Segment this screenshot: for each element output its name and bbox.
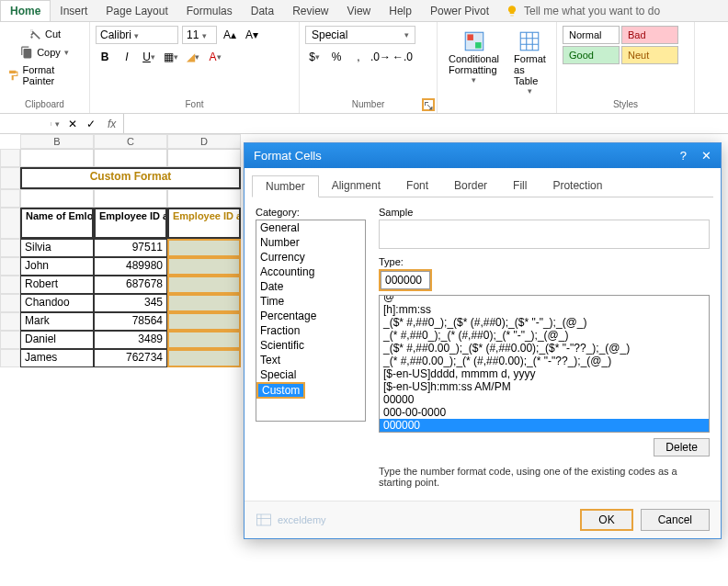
conditional-formatting-button[interactable]: Conditional Formatting ▾ — [443, 26, 505, 109]
format-code-item[interactable]: _(* #,##0_);_(* (#,##0);_(* "-"_);_(@_) — [380, 329, 709, 342]
font-color-button[interactable]: A ▾ — [206, 48, 224, 66]
enter-formula-button[interactable]: ✓ — [82, 115, 100, 133]
col-header-b[interactable]: B — [20, 134, 94, 149]
category-item[interactable]: Accounting — [256, 265, 365, 279]
fx-icon[interactable]: fx — [100, 118, 123, 130]
col-header-d[interactable]: D — [167, 134, 241, 149]
format-code-item[interactable]: _(* #,##0.00_);_(* (#,##0.00);_(* "-"??_… — [380, 355, 709, 367]
format-painter-button[interactable]: Format Painter — [6, 62, 84, 88]
percent-button[interactable]: % — [327, 48, 346, 66]
help-icon[interactable]: ? — [680, 149, 687, 163]
cancel-button[interactable]: Cancel — [641, 509, 710, 531]
table-row[interactable] — [167, 331, 241, 349]
style-good[interactable]: Good — [563, 46, 620, 64]
comma-button[interactable]: , — [349, 48, 368, 66]
table-row[interactable] — [167, 349, 241, 367]
dialog-tab-border[interactable]: Border — [441, 175, 500, 197]
table-row[interactable] — [167, 312, 241, 331]
number-format-select[interactable]: Special▾ — [305, 26, 415, 44]
header-num[interactable]: Employee ID as Number — [94, 208, 167, 239]
underline-button[interactable]: U ▾ — [140, 48, 158, 66]
delete-button[interactable]: Delete — [654, 438, 710, 456]
increase-font-button[interactable]: A▴ — [221, 26, 239, 44]
tell-me-search[interactable]: Tell me what you want to do — [498, 1, 667, 21]
font-name-select[interactable]: Calibri ▾ — [96, 26, 178, 44]
format-code-item[interactable]: 000000 — [380, 419, 709, 432]
format-code-item[interactable]: [h]:mm:ss — [380, 303, 709, 316]
format-code-item[interactable]: [$-en-US]dddd, mmmm d, yyyy — [380, 367, 709, 380]
format-code-item[interactable]: _($* #,##0.00_);_($* (#,##0.00);_($* "-"… — [380, 342, 709, 355]
category-item[interactable]: Custom — [256, 382, 305, 399]
col-header-c[interactable]: C — [94, 134, 167, 149]
table-row[interactable]: 78564 — [94, 312, 167, 331]
tab-data[interactable]: Data — [242, 1, 283, 21]
decrease-font-button[interactable]: A▾ — [243, 26, 261, 44]
table-row[interactable]: 489980 — [94, 257, 167, 276]
dialog-tab-font[interactable]: Font — [393, 175, 441, 197]
table-row[interactable] — [167, 294, 241, 312]
category-item[interactable]: Time — [256, 294, 365, 309]
format-code-item[interactable]: 00000 — [380, 393, 709, 406]
border-button[interactable]: ▦ ▾ — [162, 48, 180, 66]
table-row[interactable]: Mark — [20, 312, 94, 331]
table-row[interactable]: 345 — [94, 294, 167, 312]
table-row[interactable] — [167, 239, 241, 257]
table-row[interactable]: Silvia — [20, 239, 94, 257]
dialog-titlebar[interactable]: Format Cells ? ✕ — [245, 143, 721, 168]
fill-color-button[interactable]: ◢ ▾ — [184, 48, 202, 66]
decrease-decimal-button[interactable]: ←.0 — [393, 48, 412, 66]
ok-button[interactable]: OK — [580, 509, 632, 531]
header-text[interactable]: Employee ID as Text — [167, 208, 241, 239]
style-normal[interactable]: Normal — [563, 26, 620, 44]
dialog-tab-number[interactable]: Number — [252, 175, 319, 197]
table-row[interactable]: 687678 — [94, 276, 167, 294]
category-item[interactable]: Date — [256, 279, 365, 294]
tab-insert[interactable]: Insert — [51, 1, 97, 21]
category-item[interactable]: Text — [256, 353, 365, 367]
format-code-item[interactable]: 000-00-0000 — [380, 406, 709, 419]
category-list[interactable]: GeneralNumberCurrencyAccountingDateTimeP… — [256, 220, 366, 422]
table-row[interactable]: Robert — [20, 276, 94, 294]
dialog-tab-fill[interactable]: Fill — [500, 175, 540, 197]
close-icon[interactable]: ✕ — [701, 149, 711, 163]
tab-page-layout[interactable]: Page Layout — [97, 1, 176, 21]
number-dialog-launcher[interactable] — [422, 98, 435, 111]
formula-input[interactable] — [123, 114, 728, 133]
format-code-item[interactable]: _($* #,##0_);_($* (#,##0);_($* "-"_);_(@… — [380, 316, 709, 329]
cut-button[interactable]: Cut — [27, 26, 63, 42]
format-code-list[interactable]: mm:ss.0@[h]:mm:ss_($* #,##0_);_($* (#,##… — [379, 295, 710, 433]
italic-button[interactable]: I — [118, 48, 136, 66]
tab-formulas[interactable]: Formulas — [177, 1, 242, 21]
dialog-tab-alignment[interactable]: Alignment — [319, 175, 393, 197]
copy-button[interactable]: Copy ▾ — [18, 44, 71, 61]
table-row[interactable]: Daniel — [20, 331, 94, 349]
style-bad[interactable]: Bad — [621, 26, 678, 44]
increase-decimal-button[interactable]: .0→ — [371, 48, 390, 66]
cancel-formula-button[interactable]: ✕ — [63, 115, 82, 133]
category-item[interactable]: Number — [256, 235, 365, 250]
font-size-select[interactable]: 11 ▾ — [182, 26, 217, 44]
tab-power-pivot[interactable]: Power Pivot — [421, 1, 498, 21]
table-row[interactable] — [167, 257, 241, 276]
tab-help[interactable]: Help — [380, 1, 421, 21]
table-row[interactable]: 97511 — [94, 239, 167, 257]
table-row[interactable]: 3489 — [94, 331, 167, 349]
format-code-item[interactable]: [$-en-US]h:mm:ss AM/PM — [380, 380, 709, 393]
style-neutral[interactable]: Neut — [621, 46, 678, 64]
table-row[interactable]: 762734 — [94, 349, 167, 367]
header-name[interactable]: Name of Emloyee — [20, 208, 94, 239]
tab-view[interactable]: View — [337, 1, 380, 21]
table-row[interactable]: Chandoo — [20, 294, 94, 312]
dialog-tab-protection[interactable]: Protection — [540, 175, 615, 197]
format-code-item[interactable]: @ — [380, 295, 709, 303]
category-item[interactable]: Currency — [256, 250, 365, 265]
category-item[interactable]: Special — [256, 367, 365, 382]
category-item[interactable]: Fraction — [256, 323, 365, 338]
name-box[interactable] — [0, 122, 51, 126]
table-row[interactable]: John — [20, 257, 94, 276]
sheet-title[interactable]: Custom Format — [20, 167, 241, 189]
bold-button[interactable]: B — [96, 48, 114, 66]
format-as-table-button[interactable]: Format as Table ▾ — [508, 26, 552, 109]
category-item[interactable]: Scientific — [256, 338, 365, 353]
table-row[interactable]: James — [20, 349, 94, 367]
